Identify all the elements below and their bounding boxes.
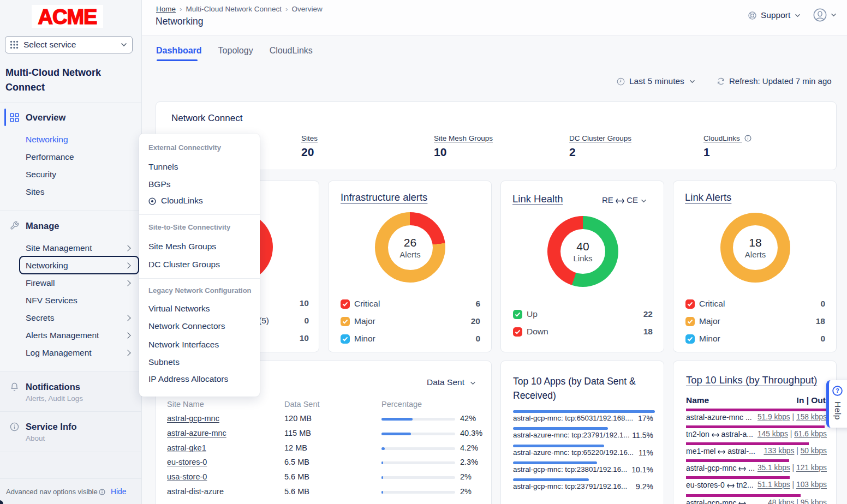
svg-text:?: ? bbox=[836, 387, 839, 394]
